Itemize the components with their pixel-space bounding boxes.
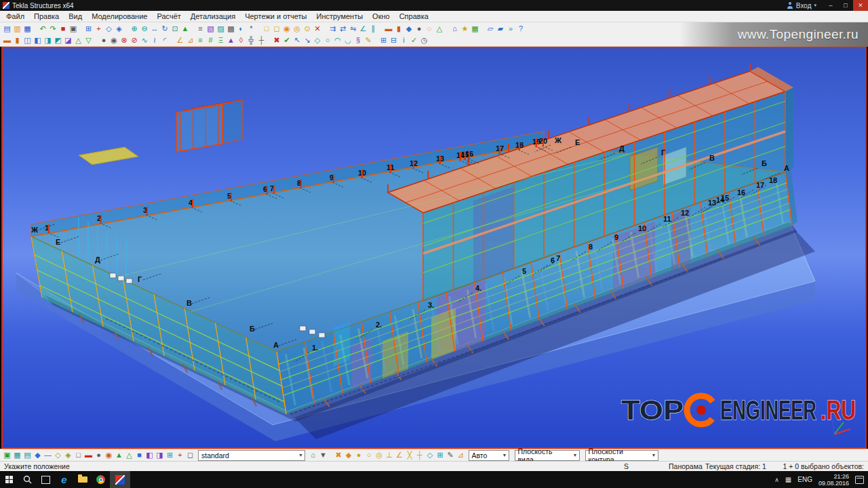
- menu-item-5[interactable]: Расчёт: [152, 12, 185, 21]
- create-bolt-icon[interactable]: ●: [414, 24, 424, 34]
- angle-tool-icon[interactable]: ∠: [176, 35, 185, 45]
- save-model-icon[interactable]: ▦: [23, 24, 33, 34]
- pad-footing-icon[interactable]: ◪: [64, 35, 73, 45]
- login-button[interactable]: Вход ▾: [780, 0, 823, 11]
- create-beam-icon[interactable]: ▬: [384, 24, 393, 34]
- strip-footing-icon[interactable]: ▽: [84, 35, 94, 45]
- select-objects-icon[interactable]: ⊙: [302, 24, 312, 34]
- view-plane-selector[interactable]: Плоскость вида ▼: [515, 450, 580, 461]
- maximize-button[interactable]: □: [838, 0, 853, 11]
- display-options-icon[interactable]: ≡: [196, 24, 205, 34]
- interrupt-icon[interactable]: ■: [58, 24, 68, 34]
- snap-nearest-icon[interactable]: ┼: [415, 450, 425, 460]
- snap-depth-selector[interactable]: Авто ▼: [469, 450, 509, 461]
- sketch-tool-icon[interactable]: ✎: [363, 35, 373, 45]
- create-view-icon[interactable]: ◇: [104, 24, 114, 34]
- copy-icon[interactable]: ⇉: [328, 24, 338, 34]
- arc-tool-2-icon[interactable]: ◡: [343, 35, 353, 45]
- inquire-icon[interactable]: i: [399, 35, 409, 45]
- menu-item-2[interactable]: Правка: [29, 12, 64, 21]
- snap-perpendicular-icon[interactable]: ⊥: [384, 450, 394, 460]
- menu-item-4[interactable]: Моделирование: [87, 12, 152, 21]
- select-filter-icon[interactable]: ◻: [272, 24, 281, 34]
- file-explorer-button[interactable]: [73, 471, 92, 488]
- phase-manager-icon[interactable]: ▦: [471, 24, 480, 34]
- select-surfaces-switch-icon[interactable]: ▤: [23, 450, 33, 460]
- twin-profile-icon[interactable]: ◫: [23, 35, 33, 45]
- select-grid-lines-switch-icon[interactable]: ◈: [64, 450, 73, 460]
- mirror-icon[interactable]: ⇋: [349, 24, 358, 34]
- freehand-snap-icon[interactable]: ✎: [446, 450, 455, 460]
- origin-tool-icon[interactable]: ↖: [292, 35, 302, 45]
- snap-grid-icon[interactable]: ⊞: [435, 450, 445, 460]
- rotate-view-icon[interactable]: ↻: [160, 24, 170, 34]
- snap-reference-points-icon[interactable]: ◆: [344, 450, 353, 460]
- undo-icon[interactable]: ↶: [38, 24, 47, 34]
- curved-beam-icon[interactable]: ◜: [160, 35, 170, 45]
- select-tasks-switch-icon[interactable]: ⊞: [165, 450, 175, 460]
- select-components-switch-icon[interactable]: ▣: [3, 450, 12, 460]
- select-holes-switch-icon[interactable]: ◉: [104, 450, 114, 460]
- tray-expand-icon[interactable]: ∧: [774, 476, 779, 483]
- rotate-copy-icon[interactable]: ∠: [359, 24, 368, 34]
- snap-midpoints-icon[interactable]: ◎: [374, 450, 384, 460]
- snap-end-points-icon[interactable]: ●: [354, 450, 363, 460]
- numbering-settings-icon[interactable]: ⊟: [389, 35, 399, 45]
- move-icon[interactable]: ⇄: [338, 24, 348, 34]
- drawing-list-icon[interactable]: ▱: [486, 24, 495, 34]
- array-copy-icon[interactable]: ∥: [369, 24, 378, 34]
- polybeam-tool-icon[interactable]: ≀: [150, 35, 159, 45]
- print-icon[interactable]: ▣: [68, 24, 78, 34]
- fitting-tool-icon[interactable]: ◊: [237, 35, 246, 45]
- remove-tool-icon[interactable]: ✖: [272, 35, 281, 45]
- undo-history-icon[interactable]: ◷: [420, 35, 429, 45]
- bolt-tool-icon[interactable]: ●: [99, 35, 108, 45]
- language-indicator[interactable]: ENG: [797, 476, 812, 483]
- select-cast-units-switch-icon[interactable]: ◨: [155, 450, 165, 460]
- panel-tool-icon[interactable]: ◩: [54, 35, 63, 45]
- component-catalog-icon[interactable]: ⌂: [450, 24, 460, 34]
- snap-intersections-icon[interactable]: ╳: [405, 450, 414, 460]
- tekla-taskbar-button[interactable]: [110, 471, 130, 488]
- weld-tool-icon[interactable]: ∿: [140, 35, 149, 45]
- view-properties-icon[interactable]: *: [247, 24, 256, 34]
- intersection-tool-icon[interactable]: ╬: [247, 35, 256, 45]
- menu-item-9[interactable]: Окно: [368, 12, 395, 21]
- contour-plate-icon[interactable]: ◧: [33, 35, 43, 45]
- check-tool-icon[interactable]: ✔: [282, 35, 292, 45]
- select-lines-switch-icon[interactable]: —: [43, 450, 53, 460]
- circle-tool-icon[interactable]: ○: [323, 35, 332, 45]
- menu-item-10[interactable]: Справка: [395, 12, 433, 21]
- start-button[interactable]: [0, 471, 18, 488]
- report-icon[interactable]: ▰: [496, 24, 505, 34]
- action-center-icon[interactable]: [855, 476, 864, 484]
- wireframe-view-icon[interactable]: ▧: [206, 24, 216, 34]
- select-bolts-switch-icon[interactable]: ●: [94, 450, 104, 460]
- roof-tool-icon[interactable]: △: [74, 35, 83, 45]
- select-all-switch-icon[interactable]: +: [176, 450, 185, 460]
- column-tool-icon[interactable]: ▮: [13, 35, 22, 45]
- create-plate-icon[interactable]: ◆: [404, 24, 414, 34]
- beam-tool-icon[interactable]: ▬: [3, 35, 12, 45]
- applications-icon[interactable]: ★: [460, 24, 470, 34]
- select-rebar-switch-icon[interactable]: ▲: [115, 450, 124, 460]
- menu-item-3[interactable]: Вид: [64, 12, 87, 21]
- select-mesh-switch-icon[interactable]: △: [125, 450, 134, 460]
- arc-tool-icon[interactable]: ◠: [333, 35, 342, 45]
- select-grids-switch-icon[interactable]: ◇: [54, 450, 63, 460]
- open-model-icon[interactable]: ▥: [13, 24, 22, 34]
- triangle-plate-icon[interactable]: ⊿: [186, 35, 195, 45]
- numbering-icon[interactable]: ⊞: [379, 35, 389, 45]
- fly-mode-icon[interactable]: ▲: [180, 24, 190, 34]
- macros-icon[interactable]: »: [506, 24, 515, 34]
- menu-item-8[interactable]: Инструменты: [312, 12, 368, 21]
- zoom-out-icon[interactable]: ⊖: [140, 24, 149, 34]
- select-welds-switch-icon[interactable]: ▬: [84, 450, 94, 460]
- snap-angle-icon[interactable]: ∠: [395, 450, 404, 460]
- close-button[interactable]: ✕: [853, 0, 868, 11]
- touch-keyboard-icon[interactable]: ▦: [785, 476, 791, 483]
- snap-center-points-icon[interactable]: ○: [364, 450, 374, 460]
- clock[interactable]: 21:26 09.08.2016: [818, 473, 849, 487]
- chamfer-tool-icon[interactable]: ▲: [226, 35, 236, 45]
- redo-icon[interactable]: ↷: [48, 24, 58, 34]
